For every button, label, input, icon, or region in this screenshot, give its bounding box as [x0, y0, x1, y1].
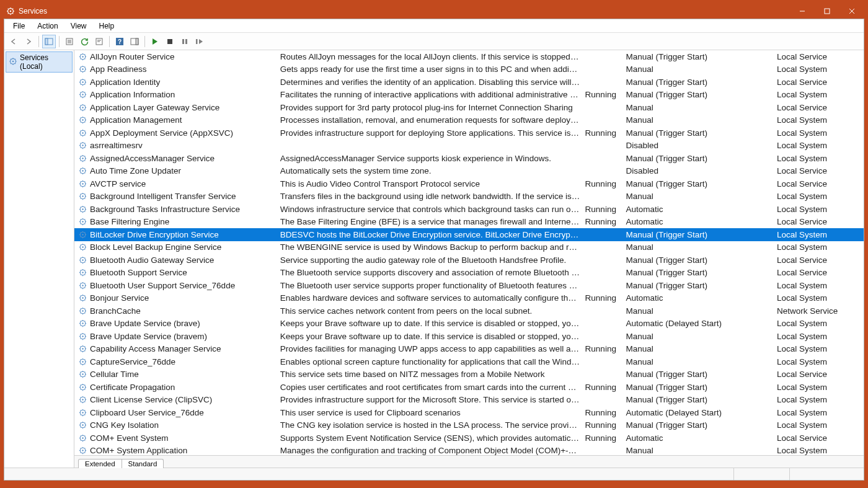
service-row[interactable]: AssignedAccessManager ServiceAssignedAcc… [74, 152, 864, 165]
service-name: Clipboard User Service_76dde [90, 408, 204, 417]
service-name: AssignedAccessManager Service [90, 154, 215, 163]
service-row[interactable]: Background Intelligent Transfer ServiceT… [74, 190, 864, 203]
service-row[interactable]: Application ManagementProcesses installa… [74, 114, 864, 127]
service-logon-as: Local System [776, 419, 864, 432]
service-row[interactable]: Bluetooth Support ServiceThe Bluetooth s… [74, 267, 864, 280]
service-row[interactable]: COM+ Event SystemSupports System Event N… [74, 432, 864, 445]
service-row[interactable]: AllJoyn Router ServiceRoutes AllJoyn mes… [74, 50, 864, 63]
menu-action[interactable]: Action [31, 20, 64, 32]
service-row[interactable]: AppX Deployment Service (AppXSVC)Provide… [74, 126, 864, 140]
service-status [584, 279, 625, 292]
services-list-scroll[interactable]: AllJoyn Router ServiceRoutes AllJoyn mes… [74, 50, 864, 455]
svg-point-60 [82, 323, 83, 324]
service-row[interactable]: Application InformationFacilitates the r… [74, 89, 864, 102]
svg-rect-2 [825, 9, 830, 14]
service-row[interactable]: Brave Update Service (bravem)Keeps your … [74, 330, 864, 343]
start-service-button[interactable] [148, 35, 162, 48]
service-status: Running [584, 381, 625, 394]
service-row[interactable]: CaptureService_76ddeEnables optional scr… [74, 355, 864, 368]
service-row[interactable]: BranchCacheThis service caches network c… [74, 304, 864, 317]
service-startup-type: Automatic (Delayed Start) [625, 317, 776, 331]
svg-rect-11 [167, 39, 172, 44]
service-startup-type: Automatic (Delayed Start) [625, 406, 776, 419]
status-section [789, 468, 845, 480]
service-logon-as: Local System [776, 114, 864, 127]
service-row[interactable]: Capability Access Manager ServiceProvide… [74, 343, 864, 356]
service-row[interactable]: AVCTP serviceThis is Audio Video Control… [74, 177, 864, 190]
service-gear-icon [78, 255, 87, 265]
service-row[interactable]: Application IdentityDetermines and verif… [74, 76, 864, 89]
service-gear-icon [78, 205, 87, 214]
service-row[interactable]: CNG Key IsolationThe CNG key isolation s… [74, 419, 864, 432]
service-row[interactable]: Clipboard User Service_76ddeThis user se… [74, 406, 864, 419]
service-startup-type: Manual [625, 114, 776, 127]
services-table: AllJoyn Router ServiceRoutes AllJoyn mes… [74, 50, 864, 455]
menu-help[interactable]: Help [93, 20, 121, 32]
stop-service-button[interactable] [163, 35, 177, 48]
forward-button[interactable] [22, 35, 35, 48]
service-row[interactable]: Brave Update Service (brave)Keeps your B… [74, 317, 864, 331]
service-status [584, 368, 625, 381]
service-row[interactable]: Auto Time Zone UpdaterAutomatically sets… [74, 165, 864, 178]
help-button[interactable]: ? [113, 35, 126, 48]
status-section [733, 468, 789, 480]
service-row[interactable]: BitLocker Drive Encryption ServiceBDESVC… [74, 228, 864, 241]
svg-point-72 [82, 399, 83, 401]
svg-point-80 [82, 450, 83, 451]
menu-view[interactable]: View [64, 20, 93, 32]
tab-standard[interactable]: Standard [122, 459, 164, 468]
service-logon-as: Local System [776, 152, 864, 165]
restart-service-button[interactable] [193, 35, 206, 48]
service-status: Running [584, 126, 625, 140]
service-row[interactable]: Background Tasks Infrastructure ServiceW… [74, 203, 864, 216]
service-logon-as: Local System [776, 317, 864, 331]
service-startup-type: Manual (Trigger Start) [625, 126, 776, 140]
properties-button[interactable] [92, 35, 106, 48]
service-description: Enables hardware devices and software se… [279, 292, 584, 305]
service-row[interactable]: Cellular TimeThis service sets time base… [74, 368, 864, 381]
service-startup-type: Manual (Trigger Start) [625, 76, 776, 89]
svg-point-36 [82, 171, 83, 172]
service-name: CaptureService_76dde [90, 357, 175, 366]
refresh-button[interactable] [78, 35, 91, 48]
svg-point-30 [82, 132, 83, 133]
tab-extended[interactable]: Extended [78, 459, 122, 468]
svg-point-74 [82, 412, 83, 413]
show-hide-tree-button[interactable] [42, 35, 56, 48]
service-gear-icon [78, 420, 87, 430]
menu-file[interactable]: File [7, 20, 31, 32]
service-row[interactable]: COM+ System ApplicationManages the confi… [74, 445, 864, 456]
tree-node-services-local[interactable]: Services (Local) [6, 51, 73, 73]
maximize-button[interactable] [815, 4, 839, 19]
pause-service-button[interactable] [178, 35, 192, 48]
service-logon-as: Local System [776, 140, 864, 153]
show-hide-action-pane-button[interactable] [128, 35, 141, 48]
service-row[interactable]: Bluetooth Audio Gateway ServiceService s… [74, 254, 864, 267]
service-row[interactable]: Client License Service (ClipSVC)Provides… [74, 394, 864, 407]
service-logon-as: Local Service [776, 254, 864, 267]
window-title: Services [19, 7, 790, 16]
service-row[interactable]: Bluetooth User Support Service_76ddeThe … [74, 279, 864, 292]
service-row[interactable]: App ReadinessGets apps ready for use the… [74, 63, 864, 76]
back-button[interactable] [7, 35, 20, 48]
service-row[interactable]: Certificate PropagationCopies user certi… [74, 381, 864, 394]
close-button[interactable] [839, 4, 864, 19]
service-name: Application Information [90, 90, 175, 99]
titlebar: Services [4, 4, 864, 19]
service-gear-icon [78, 103, 87, 112]
service-startup-type: Automatic [625, 203, 776, 216]
export-list-button[interactable] [63, 35, 76, 48]
service-row[interactable]: asrrealtimesrvDisabledLocal System [74, 140, 864, 153]
service-description: Provides infrastructure support for depl… [279, 126, 584, 140]
service-row[interactable]: Block Level Backup Engine ServiceThe WBE… [74, 241, 864, 254]
service-gear-icon [78, 293, 87, 303]
svg-point-76 [82, 425, 83, 426]
toolbar: ? [4, 33, 864, 50]
service-row[interactable]: Base Filtering EngineThe Base Filtering … [74, 216, 864, 229]
service-startup-type: Disabled [625, 140, 776, 153]
service-row[interactable]: Bonjour ServiceEnables hardware devices … [74, 292, 864, 305]
service-name: BitLocker Drive Encryption Service [90, 230, 219, 239]
service-startup-type: Manual [625, 330, 776, 343]
service-row[interactable]: Application Layer Gateway ServiceProvide… [74, 101, 864, 114]
minimize-button[interactable] [790, 4, 815, 19]
